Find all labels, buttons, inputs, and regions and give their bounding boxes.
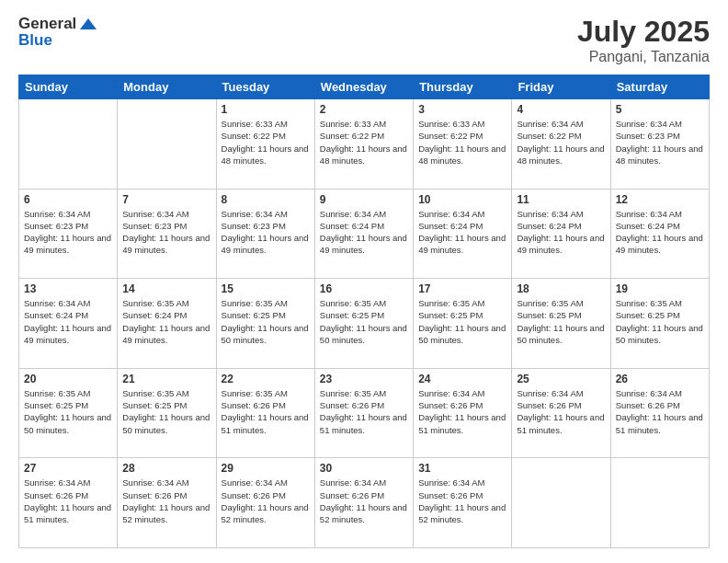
day-number: 14 [122,282,210,295]
logo-general: General [18,15,76,33]
day-number: 11 [517,193,605,206]
day-of-week-header: Tuesday [216,75,314,99]
day-of-week-header: Saturday [610,75,709,99]
calendar-cell: 11Sunrise: 6:34 AMSunset: 6:24 PMDayligh… [512,189,610,279]
cell-content: Sunrise: 6:34 AMSunset: 6:26 PMDaylight:… [222,477,310,525]
day-number: 26 [616,373,704,385]
calendar-cell: 14Sunrise: 6:35 AMSunset: 6:24 PMDayligh… [118,279,216,369]
cell-content: Sunrise: 6:34 AMSunset: 6:26 PMDaylight:… [517,387,605,436]
calendar-cell: 26Sunrise: 6:34 AMSunset: 6:26 PMDayligh… [610,368,709,458]
calendar-cell: 29Sunrise: 6:34 AMSunset: 6:26 PMDayligh… [216,458,314,548]
cell-content: Sunrise: 6:34 AMSunset: 6:26 PMDaylight:… [616,387,704,436]
cell-content: Sunrise: 6:35 AMSunset: 6:26 PMDaylight:… [222,387,310,436]
calendar-cell: 10Sunrise: 6:34 AMSunset: 6:24 PMDayligh… [414,189,512,279]
cell-content: Sunrise: 6:34 AMSunset: 6:23 PMDaylight:… [24,208,112,257]
day-of-week-header: Wednesday [314,75,413,99]
cell-content: Sunrise: 6:34 AMSunset: 6:24 PMDaylight:… [616,208,704,257]
cell-content: Sunrise: 6:34 AMSunset: 6:24 PMDaylight:… [418,208,506,257]
day-number: 17 [418,282,506,295]
day-number: 31 [418,462,506,475]
cell-content: Sunrise: 6:33 AMSunset: 6:22 PMDaylight:… [222,118,310,167]
calendar-cell: 4Sunrise: 6:34 AMSunset: 6:22 PMDaylight… [512,99,610,190]
cell-content: Sunrise: 6:35 AMSunset: 6:25 PMDaylight:… [616,297,704,346]
day-number: 29 [222,462,310,475]
calendar-cell: 7Sunrise: 6:34 AMSunset: 6:23 PMDaylight… [118,189,216,279]
calendar-cell: 25Sunrise: 6:34 AMSunset: 6:26 PMDayligh… [512,368,610,458]
cell-content: Sunrise: 6:35 AMSunset: 6:26 PMDaylight:… [320,387,408,436]
cell-content: Sunrise: 6:34 AMSunset: 6:26 PMDaylight:… [418,387,506,436]
day-number: 18 [517,282,605,295]
header: General Blue July 2025 Pangani, Tanzania [18,15,710,65]
calendar-cell: 13Sunrise: 6:34 AMSunset: 6:24 PMDayligh… [19,279,118,369]
cell-content: Sunrise: 6:35 AMSunset: 6:25 PMDaylight:… [517,297,605,346]
month-year: July 2025 [577,15,710,49]
cell-content: Sunrise: 6:34 AMSunset: 6:24 PMDaylight:… [517,208,605,257]
day-of-week-header: Sunday [19,75,118,99]
calendar-cell: 17Sunrise: 6:35 AMSunset: 6:25 PMDayligh… [414,279,512,369]
calendar-cell: 12Sunrise: 6:34 AMSunset: 6:24 PMDayligh… [610,189,709,279]
logo-blue: Blue [18,31,52,50]
calendar-cell [610,458,709,548]
cell-content: Sunrise: 6:34 AMSunset: 6:23 PMDaylight:… [616,118,704,167]
day-number: 25 [517,373,605,385]
cell-content: Sunrise: 6:35 AMSunset: 6:25 PMDaylight:… [122,387,210,436]
day-of-week-header: Thursday [414,75,512,99]
day-of-week-header: Monday [118,75,216,99]
calendar-cell: 1Sunrise: 6:33 AMSunset: 6:22 PMDaylight… [216,99,314,190]
calendar-cell: 28Sunrise: 6:34 AMSunset: 6:26 PMDayligh… [118,458,216,548]
day-number: 28 [122,462,210,475]
calendar-cell: 20Sunrise: 6:35 AMSunset: 6:25 PMDayligh… [19,368,118,458]
cell-content: Sunrise: 6:34 AMSunset: 6:26 PMDaylight:… [122,477,210,525]
calendar-table: SundayMondayTuesdayWednesdayThursdayFrid… [18,75,710,548]
day-number: 3 [418,103,506,116]
calendar-cell: 3Sunrise: 6:33 AMSunset: 6:22 PMDaylight… [414,99,512,190]
day-number: 6 [24,193,112,206]
calendar-cell: 2Sunrise: 6:33 AMSunset: 6:22 PMDaylight… [314,99,413,190]
calendar-cell [19,99,118,190]
cell-content: Sunrise: 6:33 AMSunset: 6:22 PMDaylight:… [418,118,506,167]
page: General Blue July 2025 Pangani, Tanzania… [0,0,728,563]
cell-content: Sunrise: 6:35 AMSunset: 6:24 PMDaylight:… [122,297,210,346]
calendar-cell: 15Sunrise: 6:35 AMSunset: 6:25 PMDayligh… [216,279,314,369]
day-of-week-header: Friday [512,75,610,99]
day-number: 30 [320,462,408,475]
day-number: 7 [122,193,210,206]
day-number: 21 [122,373,210,385]
day-number: 24 [418,373,506,385]
calendar-cell: 22Sunrise: 6:35 AMSunset: 6:26 PMDayligh… [216,368,314,458]
cell-content: Sunrise: 6:33 AMSunset: 6:22 PMDaylight:… [320,118,408,167]
svg-marker-0 [80,18,97,29]
cell-content: Sunrise: 6:35 AMSunset: 6:25 PMDaylight:… [320,297,408,346]
day-number: 1 [222,103,310,116]
day-number: 16 [320,282,408,295]
day-number: 9 [320,193,408,206]
calendar-cell: 23Sunrise: 6:35 AMSunset: 6:26 PMDayligh… [314,368,413,458]
cell-content: Sunrise: 6:34 AMSunset: 6:24 PMDaylight:… [320,208,408,257]
calendar-cell: 31Sunrise: 6:34 AMSunset: 6:26 PMDayligh… [414,458,512,548]
cell-content: Sunrise: 6:35 AMSunset: 6:25 PMDaylight:… [24,387,112,436]
cell-content: Sunrise: 6:34 AMSunset: 6:22 PMDaylight:… [517,118,605,167]
day-number: 15 [222,282,310,295]
day-number: 5 [616,103,704,116]
day-number: 22 [222,373,310,385]
calendar-cell: 21Sunrise: 6:35 AMSunset: 6:25 PMDayligh… [118,368,216,458]
calendar-cell: 8Sunrise: 6:34 AMSunset: 6:23 PMDaylight… [216,189,314,279]
calendar-cell: 18Sunrise: 6:35 AMSunset: 6:25 PMDayligh… [512,279,610,369]
calendar-cell: 16Sunrise: 6:35 AMSunset: 6:25 PMDayligh… [314,279,413,369]
logo-icon [80,17,97,31]
day-number: 13 [24,282,112,295]
day-number: 20 [24,373,112,385]
day-number: 8 [222,193,310,206]
calendar-cell [118,99,216,190]
calendar-cell: 9Sunrise: 6:34 AMSunset: 6:24 PMDaylight… [314,189,413,279]
day-number: 23 [320,373,408,385]
location: Pangani, Tanzania [577,49,710,65]
logo: General Blue [18,15,97,50]
day-number: 27 [24,462,112,475]
cell-content: Sunrise: 6:34 AMSunset: 6:23 PMDaylight:… [122,208,210,257]
cell-content: Sunrise: 6:34 AMSunset: 6:23 PMDaylight:… [222,208,310,257]
calendar-cell: 5Sunrise: 6:34 AMSunset: 6:23 PMDaylight… [610,99,709,190]
cell-content: Sunrise: 6:34 AMSunset: 6:26 PMDaylight:… [320,477,408,525]
cell-content: Sunrise: 6:35 AMSunset: 6:25 PMDaylight:… [222,297,310,346]
calendar-cell: 27Sunrise: 6:34 AMSunset: 6:26 PMDayligh… [19,458,118,548]
